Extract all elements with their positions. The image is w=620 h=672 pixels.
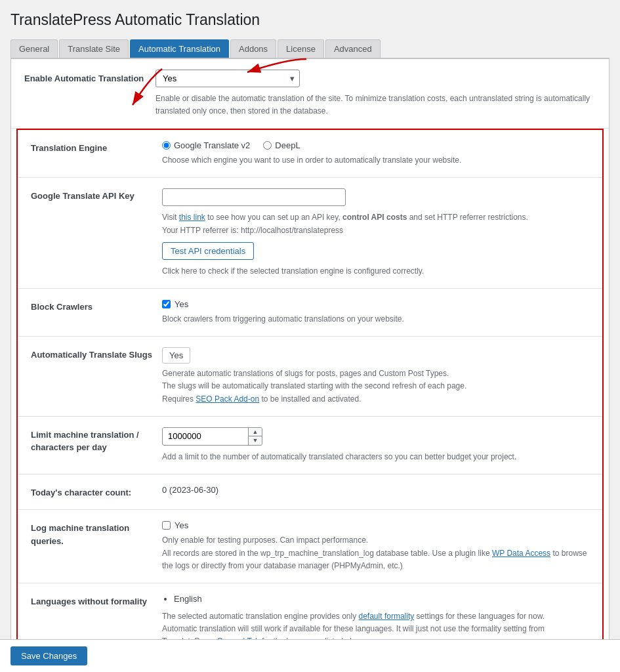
engine-google-option[interactable]: Google Translate v2 — [162, 140, 250, 150]
limit-translation-label: Limit machine translation / characters p… — [31, 427, 162, 454]
log-queries-row: Log machine translation queries. Yes Onl… — [18, 510, 602, 583]
languages-formality-label: Languages without formality — [31, 594, 162, 608]
red-section: Translation Engine Google Translate v2 D… — [16, 129, 604, 672]
limit-translation-help: Add a limit to the number of automatical… — [162, 451, 589, 463]
log-help2: All records are stored in the wp_trp_mac… — [162, 549, 492, 558]
seo-pack-link[interactable]: SEO Pack Add-on — [196, 394, 259, 404]
api-key-link[interactable]: this link — [179, 213, 205, 222]
block-crawlers-option[interactable]: Yes — [162, 299, 589, 309]
tab-license[interactable]: License — [278, 39, 324, 58]
auto-slugs-row: Automatically Translate Slugs Yes Genera… — [18, 337, 602, 417]
wp-data-access-link[interactable]: WP Data Access — [492, 549, 550, 558]
block-crawlers-content: Yes Block crawlers from triggering autom… — [162, 299, 589, 326]
limit-translation-row: Limit machine translation / characters p… — [18, 417, 602, 474]
enable-automatic-translation-select[interactable]: Yes No — [155, 70, 300, 87]
number-spinners: ▲ ▼ — [248, 428, 262, 445]
enable-help-text: Enable or disable the automatic translat… — [155, 93, 596, 117]
log-queries-content: Yes Only enable for testing purposes. Ca… — [162, 520, 589, 572]
api-key-label: Google Translate API Key — [31, 188, 162, 203]
spinner-up-button[interactable]: ▲ — [249, 428, 262, 436]
auto-slugs-help: Generate automatic translations of slugs… — [162, 368, 589, 406]
block-crawlers-checkbox[interactable] — [162, 300, 171, 308]
auto-slugs-value: Yes — [162, 347, 190, 364]
block-crawlers-row: Block Crawlers Yes Block crawlers from t… — [18, 289, 602, 337]
tab-advanced[interactable]: Advanced — [325, 39, 381, 58]
char-count-row: Today's character count: 0 (2023-06-30) — [18, 474, 602, 511]
log-queries-yes-label: Yes — [175, 520, 188, 530]
page-title: TranslatePress Automatic Translation — [10, 10, 610, 30]
api-key-content: Visit this link to see how you can set u… — [162, 188, 589, 278]
auto-slugs-help2: The slugs will be automatically translat… — [162, 381, 466, 390]
api-key-row: Google Translate API Key Visit this link… — [18, 178, 602, 289]
formality-help1: The selected automatic translation engin… — [162, 612, 359, 621]
engine-radio-group: Google Translate v2 DeepL — [162, 140, 589, 150]
auto-slugs-after-link: to be installed and activated. — [259, 394, 361, 404]
char-count-label: Today's character count: — [31, 485, 162, 499]
block-crawlers-help: Block crawlers from triggering automatic… — [162, 313, 589, 326]
language-english: English — [174, 594, 589, 604]
limit-translation-content: ▲ ▼ Add a limit to the number of automat… — [162, 427, 589, 463]
api-key-bold: control API costs — [342, 213, 407, 222]
enable-row: Enable Automatic Translation Yes No ▾ En… — [11, 59, 609, 129]
formality-help2: settings for these languages for now. — [414, 612, 545, 621]
enable-select-wrap: Yes No ▾ — [155, 70, 300, 87]
engine-google-label: Google Translate v2 — [174, 140, 250, 150]
limit-number-input[interactable] — [163, 428, 248, 444]
settings-wrap: Enable Automatic Translation Yes No ▾ En… — [10, 58, 610, 672]
api-key-visit-text: Visit — [162, 213, 179, 222]
translation-engine-content: Google Translate v2 DeepL Choose which e… — [162, 140, 589, 167]
auto-slugs-help1: Generate automatic translations of slugs… — [162, 369, 449, 378]
enable-label: Enable Automatic Translation — [24, 70, 155, 83]
char-count-content: 0 (2023-06-30) — [162, 485, 589, 495]
api-key-referrer: Your HTTP referrer is: http://localhost/… — [162, 226, 343, 235]
engine-help-text: Choose which engine you want to use in o… — [162, 154, 589, 167]
languages-list: English — [162, 594, 589, 604]
limit-number-wrap: ▲ ▼ — [162, 427, 262, 446]
tab-automatic-translation[interactable]: Automatic Translation — [130, 39, 229, 58]
api-key-after-bold: and set HTTP referrer restrictions. — [407, 213, 528, 222]
test-api-help: Click here to check if the selected tran… — [162, 265, 589, 278]
nav-tabs: General Translate Site Automatic Transla… — [10, 39, 610, 58]
default-formality-link[interactable]: default formality — [359, 612, 415, 621]
tab-addons[interactable]: Addons — [230, 39, 276, 58]
api-key-help: Visit this link to see how you can set u… — [162, 211, 589, 236]
engine-google-radio[interactable] — [162, 141, 171, 150]
save-bar: Save Changes — [0, 639, 620, 672]
api-key-after-link: to see how you can set up an API key, — [205, 213, 342, 222]
block-crawlers-label: Block Crawlers — [31, 299, 162, 314]
translation-engine-row: Translation Engine Google Translate v2 D… — [18, 130, 602, 178]
log-queries-option[interactable]: Yes — [162, 520, 589, 530]
save-changes-button[interactable]: Save Changes — [10, 646, 87, 665]
test-api-button[interactable]: Test API credentials — [162, 242, 254, 260]
log-help1: Only enable for testing purposes. Can im… — [162, 536, 368, 545]
engine-deepl-radio[interactable] — [263, 141, 272, 150]
log-queries-checkbox[interactable] — [162, 521, 171, 530]
char-count-value: 0 (2023-06-30) — [162, 485, 218, 495]
auto-slugs-label: Automatically Translate Slugs — [31, 347, 162, 362]
engine-deepl-label: DeepL — [275, 140, 300, 150]
auto-slugs-help3: Requires — [162, 394, 196, 404]
translation-engine-label: Translation Engine — [31, 140, 162, 155]
spinner-down-button[interactable]: ▼ — [249, 436, 262, 445]
tab-translate-site[interactable]: Translate Site — [59, 39, 129, 58]
enable-controls: Yes No ▾ Enable or disable the automatic… — [155, 70, 596, 117]
block-crawlers-yes-label: Yes — [175, 299, 188, 309]
tab-general[interactable]: General — [10, 39, 58, 58]
auto-slugs-content: Yes Generate automatic translations of s… — [162, 347, 589, 406]
api-key-input[interactable] — [162, 188, 346, 206]
log-queries-help: Only enable for testing purposes. Can im… — [162, 534, 589, 572]
engine-deepl-option[interactable]: DeepL — [263, 140, 300, 150]
log-queries-label: Log machine translation queries. — [31, 520, 162, 547]
